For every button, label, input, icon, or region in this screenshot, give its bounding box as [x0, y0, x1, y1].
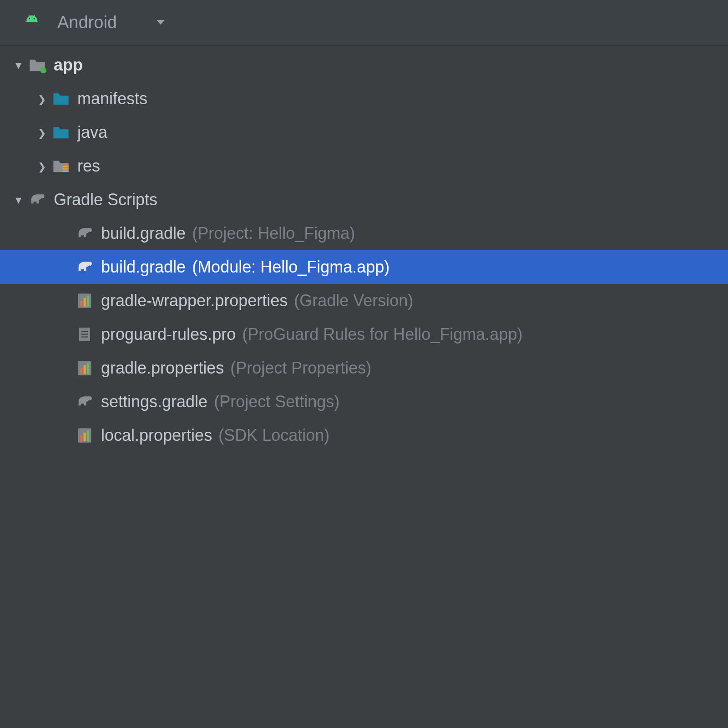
tree-node-settings-gradle[interactable]: settings.gradle (Project Settings) — [0, 385, 728, 419]
svg-rect-4 — [62, 168, 68, 170]
svg-point-2 — [40, 67, 46, 73]
tree-node-gradle-wrapper-properties[interactable]: gradle-wrapper.properties (Gradle Versio… — [0, 284, 728, 318]
properties-file-icon — [75, 425, 95, 445]
svg-rect-9 — [87, 296, 89, 307]
tree-node-manifests[interactable]: manifests — [0, 82, 728, 116]
project-view-selector-label: Android — [57, 13, 117, 32]
tree-node-hint: (Module: Hello_Figma.app) — [192, 258, 389, 277]
svg-rect-21 — [87, 430, 89, 441]
caret-closed-icon[interactable] — [33, 92, 51, 106]
gradle-elephant-icon — [75, 257, 95, 277]
tree-node-label: gradle.properties — [101, 359, 224, 378]
svg-rect-15 — [81, 368, 83, 374]
tree-node-label: build.gradle — [101, 224, 186, 243]
project-tree: app manifests java — [0, 46, 728, 452]
tree-node-label: java — [77, 123, 107, 142]
project-view-header[interactable]: Android — [0, 0, 728, 46]
tree-node-label: build.gradle — [101, 258, 186, 277]
gradle-elephant-icon — [75, 223, 95, 243]
tree-node-java[interactable]: java — [0, 116, 728, 149]
caret-closed-icon[interactable] — [33, 159, 51, 173]
tree-node-hint: (Project Settings) — [214, 392, 339, 411]
gradle-elephant-icon — [75, 392, 95, 412]
text-file-icon — [75, 324, 95, 344]
svg-rect-7 — [81, 301, 83, 307]
tree-node-hint: (Project Properties) — [230, 359, 371, 378]
svg-rect-5 — [62, 171, 68, 172]
tree-node-local-properties[interactable]: local.properties (SDK Location) — [0, 419, 728, 452]
tree-node-hint: (SDK Location) — [218, 426, 329, 445]
tree-node-hint: (ProGuard Rules for Hello_Figma.app) — [242, 325, 522, 344]
caret-open-icon[interactable] — [9, 58, 27, 72]
tree-node-label: Gradle Scripts — [54, 190, 157, 209]
properties-file-icon — [75, 358, 95, 378]
module-folder-icon — [27, 55, 47, 75]
tree-node-label: proguard-rules.pro — [101, 325, 236, 344]
svg-rect-11 — [81, 331, 88, 332]
tree-node-label: manifests — [77, 89, 147, 108]
svg-rect-17 — [87, 363, 89, 374]
folder-icon — [51, 122, 71, 142]
tree-node-label: settings.gradle — [101, 392, 207, 411]
svg-rect-12 — [81, 334, 88, 335]
caret-closed-icon[interactable] — [33, 126, 51, 140]
tree-node-res[interactable]: res — [0, 149, 728, 183]
gradle-elephant-icon — [27, 190, 47, 210]
tree-node-gradle-scripts[interactable]: Gradle Scripts — [0, 183, 728, 217]
svg-point-0 — [29, 18, 30, 20]
tree-node-hint: (Gradle Version) — [294, 291, 413, 310]
svg-point-1 — [34, 18, 35, 20]
tree-node-label: gradle-wrapper.properties — [101, 291, 288, 310]
tree-node-label: app — [54, 56, 83, 75]
svg-rect-3 — [62, 166, 68, 167]
svg-rect-8 — [84, 298, 86, 307]
tree-node-label: local.properties — [101, 426, 212, 445]
tree-node-build-gradle-module[interactable]: build.gradle (Module: Hello_Figma.app) — [0, 250, 728, 284]
caret-open-icon[interactable] — [9, 193, 27, 207]
svg-rect-16 — [84, 365, 86, 374]
tree-node-label: res — [77, 157, 100, 176]
tree-node-gradle-properties[interactable]: gradle.properties (Project Properties) — [0, 351, 728, 385]
tree-node-app[interactable]: app — [0, 48, 728, 82]
android-robot-icon — [22, 12, 42, 32]
properties-file-icon — [75, 291, 95, 311]
svg-rect-13 — [81, 337, 88, 338]
tree-node-build-gradle-project[interactable]: build.gradle (Project: Hello_Figma) — [0, 217, 728, 250]
svg-rect-19 — [81, 435, 83, 441]
chevron-down-icon[interactable] — [151, 12, 171, 32]
folder-icon — [51, 89, 71, 109]
tree-node-hint: (Project: Hello_Figma) — [192, 224, 355, 243]
tree-node-proguard-rules[interactable]: proguard-rules.pro (ProGuard Rules for H… — [0, 318, 728, 351]
resources-folder-icon — [51, 156, 71, 176]
svg-rect-20 — [84, 433, 86, 441]
